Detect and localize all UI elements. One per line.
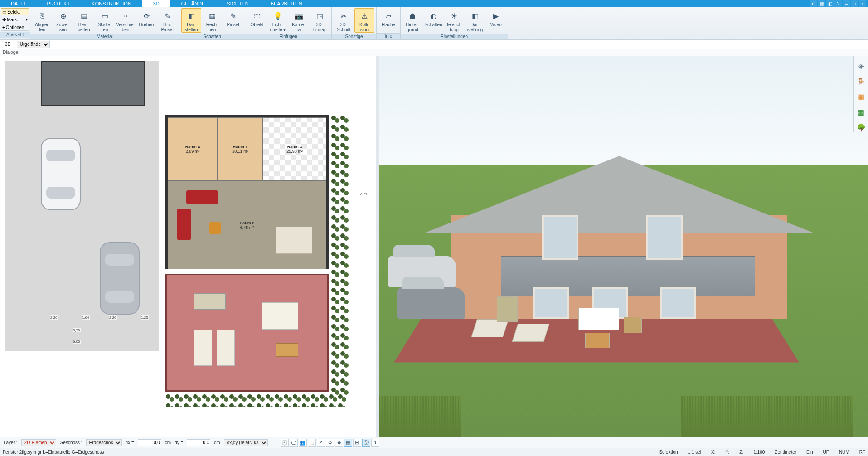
tab-sichten[interactable]: SICHTEN <box>216 0 259 7</box>
grass-right <box>681 396 853 437</box>
einfuegen-btn-0[interactable]: ⬚Objekt <box>247 8 267 28</box>
bottom-tool-10[interactable]: ℹ <box>371 439 379 447</box>
unit-label2: cm <box>214 440 220 445</box>
material-btn-icon-5: ⟳ <box>141 10 152 22</box>
tab-datei[interactable]: DATEI <box>0 0 36 7</box>
material-btn-label-5: Drehen <box>139 22 154 27</box>
lounger-1 <box>194 330 212 366</box>
einst-btn-4[interactable]: ▶Video <box>486 8 506 28</box>
coord-mode-select[interactable]: dx,dy (relativ ka <box>224 439 268 446</box>
material-btn-6[interactable]: ✎Hin. Pinsel <box>157 8 177 33</box>
info-btn-0[interactable]: ▱Fläche <box>378 8 398 28</box>
bottom-tool-1[interactable]: 🖵 <box>290 439 298 447</box>
tab-bearbeiten[interactable]: BEARBEITEN <box>260 0 313 7</box>
tree-icon[interactable]: 🌳 <box>856 122 866 132</box>
einfuegen-btn-icon-2: 📷 <box>293 10 305 22</box>
maximize-icon[interactable]: □ <box>851 0 858 7</box>
einst-btn-1[interactable]: ◐Schatten <box>423 8 443 28</box>
window-lower-1 <box>533 287 569 319</box>
settings-icon[interactable]: ⚙ <box>810 0 817 7</box>
bottom-tool-0[interactable]: 🕘 <box>281 439 289 447</box>
material-btn-0[interactable]: ⎘Abgrei- fen <box>32 8 52 33</box>
einfuegen-btn-3[interactable]: ◳3D- Bitmap <box>310 8 330 33</box>
bottom-tool-6[interactable]: ◆ <box>335 439 343 447</box>
status-bar: Fenster 2flg.sym gr L=Einbauteile G=Erdg… <box>0 448 868 456</box>
room-1: Raum 120,11 m² <box>218 117 263 181</box>
schatten-btn-icon-0: ◧ <box>185 10 197 22</box>
material-btn-4[interactable]: ↔Verschie- ben <box>116 8 136 33</box>
einst-btn-icon-3: ◧ <box>469 10 481 22</box>
furniture-icon[interactable]: 🪑 <box>856 76 866 86</box>
material-btn-3[interactable]: ▭Skalie- ren <box>95 8 115 33</box>
sonstige-btn-0[interactable]: ✂3D- Schnitt <box>334 8 354 33</box>
selekt-button[interactable]: ▭ Selekt <box>1 8 29 15</box>
bottom-tool-4[interactable]: ↗ <box>317 439 325 447</box>
dialog-bar: Dialoge: <box>0 49 868 56</box>
group-label-einfuegen: Einfügen <box>245 34 331 39</box>
material-btn-2[interactable]: ▤Bear- beiten <box>74 8 94 33</box>
schatten-btn-0[interactable]: ◧Dar- stellen <box>181 8 201 33</box>
pane-3d[interactable]: ◈ 🪑 ▦ ▦ 🌳 <box>379 56 868 437</box>
bottom-tool-2[interactable]: 👥 <box>299 439 307 447</box>
optionen-button[interactable]: + Optionen <box>1 24 29 31</box>
bottom-tool-3[interactable]: ⬚ <box>308 439 316 447</box>
outdoor-sofa <box>194 293 226 310</box>
workspace: Raum 42,89 m² Raum 120,11 m² Raum 325,90… <box>0 56 868 437</box>
tab-projekt[interactable]: PROJEKT <box>36 0 81 7</box>
bottom-tool-5[interactable]: ⬙ <box>326 439 334 447</box>
plan-canvas[interactable]: Raum 42,89 m² Raum 120,11 m² Raum 325,90… <box>5 61 367 432</box>
armchair3d <box>497 296 518 322</box>
dy-input[interactable] <box>187 439 210 446</box>
status-selektion: Selektion <box>659 450 678 455</box>
house-outline: Raum 42,89 m² Raum 120,11 m² Raum 325,90… <box>165 115 329 269</box>
pane-2d[interactable]: Raum 42,89 m² Raum 120,11 m² Raum 325,90… <box>0 56 376 437</box>
einst-btn-icon-0: ☗ <box>407 10 418 22</box>
optionen-label: Optionen <box>6 25 24 30</box>
geschoss-select[interactable]: Erdgeschos <box>86 439 122 446</box>
dim-label: 1,23 <box>141 315 149 320</box>
layers-icon[interactable]: ◈ <box>856 61 866 71</box>
einst-btn-3[interactable]: ◧Dar- stellung <box>465 8 485 33</box>
group-label-auswahl: Auswahl <box>0 32 30 38</box>
tab-3d[interactable]: 3D <box>142 0 170 7</box>
einst-btn-0[interactable]: ☗Hinter- grund <box>402 8 422 33</box>
side-toolbar: ◈ 🪑 ▦ ▦ 🌳 <box>853 56 868 132</box>
schatten-btn-2[interactable]: ✎Pinsel <box>223 8 243 28</box>
material-btn-icon-0: ⎘ <box>36 10 48 22</box>
mark-button[interactable]: ✥ Mark.▾ <box>1 16 29 23</box>
ribbon-group-info: ▱Fläche Info <box>377 7 401 39</box>
einfuegen-btn-1[interactable]: 💡Licht- quelle ▾ <box>268 8 288 33</box>
view-mode-pill[interactable]: 3D <box>2 41 14 48</box>
status-left: Fenster 2flg.sym gr L=Einbauteile G=Erdg… <box>3 450 104 455</box>
window-lower-3 <box>660 287 696 319</box>
material-btn-icon-6: ✎ <box>161 10 173 22</box>
palette1-icon[interactable]: ▦ <box>856 92 866 102</box>
einst-btn-label-0: Hinter- grund <box>406 22 419 32</box>
terrain-select[interactable]: Urgelände <box>17 41 50 48</box>
dx-input[interactable] <box>138 439 161 446</box>
sonstige-btn-1[interactable]: ⚠Kolli- sion <box>354 8 374 33</box>
dim-label: 2,26 <box>109 315 117 320</box>
group-label-schatten: Schatten <box>179 34 245 39</box>
tab-konstruktion[interactable]: KONSTRUKTION <box>81 0 142 7</box>
einst-btn-icon-4: ▶ <box>490 10 502 22</box>
close-icon[interactable]: × <box>859 0 866 7</box>
einfuegen-btn-icon-0: ⬚ <box>251 10 263 22</box>
layout-icon[interactable]: ▦ <box>818 0 825 7</box>
palette2-icon[interactable]: ▦ <box>856 107 866 117</box>
grass-left <box>379 396 461 437</box>
layer-select[interactable]: 2D-Elemen <box>21 439 56 446</box>
bottom-tool-7[interactable]: ▦ <box>344 439 352 447</box>
material-btn-5[interactable]: ⟳Drehen <box>136 8 156 28</box>
einfuegen-btn-2[interactable]: 📷Kame- ra <box>289 8 309 33</box>
bottom-tool-9[interactable]: Ⓝ <box>362 439 370 447</box>
einst-btn-2[interactable]: ☀Beleuch- tung <box>444 8 464 33</box>
tab-gelaende[interactable]: GELÄNDE <box>170 0 216 7</box>
material-btn-1[interactable]: ⊕Zuwei- sen <box>53 8 73 33</box>
minimize-icon[interactable]: – <box>843 0 850 7</box>
panel-icon[interactable]: ◧ <box>826 0 834 7</box>
help-icon[interactable]: ? <box>834 0 842 7</box>
schatten-btn-1[interactable]: ▦Rech- nen <box>202 8 222 33</box>
patio-table <box>262 302 298 330</box>
bottom-tool-8[interactable]: ⊞ <box>353 439 361 447</box>
